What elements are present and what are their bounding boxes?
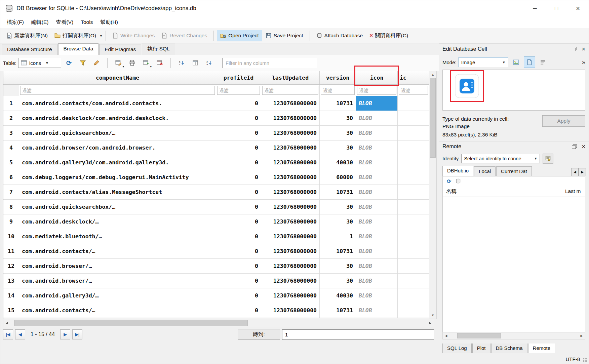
cell-profileId[interactable]: 0 <box>216 170 261 185</box>
cell-lastUpdated[interactable]: 1230768000000 <box>261 244 320 258</box>
menu-item-view[interactable]: 查看(V) <box>52 17 77 28</box>
row-number-cell[interactable]: 1 <box>3 96 19 111</box>
open-project-button[interactable]: Open Project <box>217 30 262 41</box>
cell-lastUpdated[interactable]: 1230768000000 <box>261 303 320 318</box>
tab-edit-pragmas[interactable]: Edit Pragmas <box>99 44 141 55</box>
cell-componentName[interactable]: com.android.contacts/alias.MessageShortc… <box>19 185 216 199</box>
cell-icon-blob[interactable]: BLOB <box>356 96 398 111</box>
cell-profileId[interactable]: 0 <box>216 185 261 199</box>
menu-item-edit[interactable]: 編輯(E) <box>28 17 52 28</box>
cell-componentName[interactable]: com.android.browser/… <box>19 259 216 273</box>
cell-profileId[interactable]: 0 <box>216 214 261 229</box>
cell-version[interactable]: 10731 <box>320 185 356 199</box>
first-page-button[interactable]: |◀ <box>3 329 13 339</box>
remote-tab-current[interactable]: Current Dat <box>496 166 532 176</box>
cell-componentName[interactable]: com.mediatek.bluetooth/… <box>19 229 216 244</box>
remote-list-body[interactable] <box>443 197 585 332</box>
cell-icon-blob[interactable]: BLOB <box>356 140 398 155</box>
filter-input-profileId[interactable] <box>217 86 260 95</box>
column-header-icon[interactable]: icon <box>356 71 398 84</box>
cell-partial[interactable] <box>398 96 429 111</box>
cell-version[interactable]: 10731 <box>320 244 356 258</box>
column-header-lastUpdated[interactable]: lastUpdated <box>261 71 320 84</box>
cell-profileId[interactable]: 0 <box>216 96 261 111</box>
table-row[interactable]: 3 com.android.quicksearchbox/… 0 1230768… <box>3 126 429 140</box>
cell-partial[interactable] <box>398 259 429 273</box>
cell-lastUpdated[interactable]: 1230768000000 <box>261 126 320 140</box>
grid-vertical-scrollbar[interactable]: ▲ ▼ <box>429 71 437 319</box>
scroll-right-icon[interactable]: ▶ <box>578 332 585 339</box>
menu-item-tools[interactable]: Tools <box>77 17 96 27</box>
row-number-cell[interactable]: 3 <box>3 126 19 140</box>
cell-lastUpdated[interactable]: 1230768000000 <box>261 229 320 244</box>
tab-scroll-left-icon[interactable]: ◀ <box>571 168 579 176</box>
cell-icon-blob[interactable]: BLOB <box>356 126 398 140</box>
cell-partial[interactable] <box>398 170 429 185</box>
column-header-partial[interactable]: ic <box>398 71 429 84</box>
table-row[interactable]: 10 com.mediatek.bluetooth/… 0 1230768000… <box>3 229 429 244</box>
save-project-button[interactable]: Save Project <box>262 30 307 41</box>
sort-desc-button[interactable]: za <box>203 57 215 69</box>
row-number-cell[interactable]: 9 <box>3 214 19 229</box>
remote-hscroll-thumb[interactable] <box>457 333 501 338</box>
open-database-button[interactable]: 打開資料庫(O) <box>51 30 100 42</box>
cell-partial[interactable] <box>398 200 429 214</box>
cell-version[interactable]: 30 <box>320 126 356 140</box>
remote-tab-dbhub[interactable]: DBHub.io <box>442 166 473 176</box>
filter-input-icon[interactable] <box>357 86 396 95</box>
goto-record-input[interactable] <box>282 329 434 340</box>
row-number-cell[interactable]: 7 <box>3 185 19 199</box>
cell-version[interactable]: 30 <box>320 140 356 155</box>
menu-item-file[interactable]: 檔案(F) <box>3 17 28 28</box>
import-image-button[interactable] <box>510 56 522 68</box>
cell-icon-blob[interactable]: BLOB <box>356 259 398 273</box>
print-button[interactable] <box>126 57 138 69</box>
dock-tab-remote[interactable]: Remote <box>528 343 555 353</box>
cell-icon-blob[interactable]: BLOB <box>356 185 398 199</box>
row-number-cell[interactable]: 12 <box>3 259 19 273</box>
revert-changes-button[interactable]: Revert Changes <box>158 30 210 41</box>
remote-refresh-icon[interactable]: ⟳ <box>447 178 451 185</box>
cell-componentName[interactable]: com.android.deskclock/com.android.deskcl… <box>19 111 216 125</box>
cell-partial[interactable] <box>398 126 429 140</box>
dock-tab-plot[interactable]: Plot <box>472 343 490 353</box>
cell-profileId[interactable]: 0 <box>216 274 261 288</box>
edit-pencil-button[interactable] <box>90 57 103 69</box>
remote-hscroll-track[interactable] <box>449 332 578 339</box>
cell-icon-blob[interactable]: BLOB <box>356 274 398 288</box>
cell-lastUpdated[interactable]: 1230768000000 <box>261 140 320 155</box>
cell-version[interactable]: 30 <box>320 111 356 125</box>
column-header-componentName[interactable]: componentName <box>19 71 216 84</box>
cell-lastUpdated[interactable]: 1230768000000 <box>261 288 320 303</box>
table-row[interactable]: 8 com.android.quicksearchbox/… 0 1230768… <box>3 200 429 214</box>
menu-item-help[interactable]: 幫助(H) <box>96 17 122 28</box>
cell-version[interactable]: 30 <box>320 200 356 214</box>
row-number-cell[interactable]: 2 <box>3 111 19 125</box>
edit-record-button[interactable]: ▾ <box>112 57 124 69</box>
view-as-image-button[interactable] <box>524 56 535 68</box>
cell-profileId[interactable]: 0 <box>216 126 261 140</box>
cell-icon-blob[interactable]: BLOB <box>356 288 398 303</box>
row-number-cell[interactable]: 4 <box>3 140 19 155</box>
cell-version[interactable]: 40030 <box>320 288 356 303</box>
cell-partial[interactable] <box>398 140 429 155</box>
table-row[interactable]: 13 com.android.browser/… 0 1230768000000… <box>3 274 429 288</box>
mode-select[interactable]: Image ▼ <box>459 57 508 67</box>
table-row[interactable]: 11 com.android.contacts/… 0 123076800000… <box>3 244 429 259</box>
cell-profileId[interactable]: 0 <box>216 140 261 155</box>
cell-icon-blob[interactable]: BLOB <box>356 200 398 214</box>
tab-scroll-right-icon[interactable]: ▶ <box>579 168 586 176</box>
write-changes-button[interactable]: Write Changes <box>109 30 158 41</box>
cell-partial[interactable] <box>398 244 429 258</box>
identity-select[interactable]: Select an identity to conne ▼ <box>461 154 540 163</box>
tab-browse-data[interactable]: Browse Data <box>58 43 99 55</box>
tab-execute-sql[interactable]: 執行 SQL <box>142 43 175 55</box>
close-button[interactable]: × <box>567 0 589 16</box>
cell-lastUpdated[interactable]: 1230768000000 <box>261 274 320 288</box>
remote-column-name[interactable]: 名稱 <box>443 186 563 197</box>
dock-tab-db-schema[interactable]: DB Schema <box>491 343 527 353</box>
cell-lastUpdated[interactable]: 1230768000000 <box>261 96 320 111</box>
cell-profileId[interactable]: 0 <box>216 288 261 303</box>
row-number-cell[interactable]: 15 <box>3 303 19 318</box>
table-row[interactable]: 15 com.android.contacts/… 0 123076800000… <box>3 303 429 318</box>
